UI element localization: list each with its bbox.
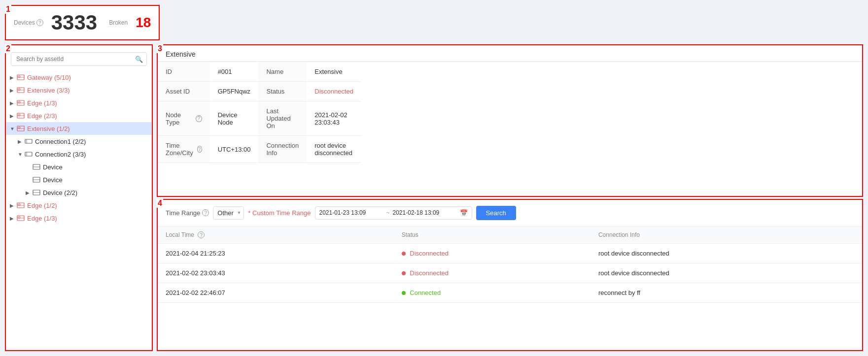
- detail-row-id: ID #001 Name Extensive: [158, 62, 361, 82]
- arrow-connection1: ▶: [18, 139, 25, 144]
- value-id: #001: [210, 62, 259, 82]
- panel-3-label: 3: [157, 44, 163, 53]
- status-text-3: Connected: [410, 289, 441, 296]
- time-range-label: Time Range ?: [166, 209, 209, 217]
- device-icon-device1: [33, 163, 40, 171]
- cell-status-1: Disconnected: [394, 244, 590, 263]
- other-select[interactable]: Other: [213, 206, 244, 220]
- time-range-text: Time Range: [166, 209, 200, 217]
- date-range-input: ~ 📅: [315, 206, 472, 220]
- detail-row-assetid: Asset ID GP5FNqwz Status Disconnected: [158, 82, 361, 101]
- nodetype-help-icon[interactable]: ?: [196, 115, 202, 122]
- device-icon-edge3: [17, 201, 25, 209]
- value-name: Extensive: [307, 62, 361, 82]
- col-conninfo: Connection Info: [590, 227, 862, 244]
- other-select-wrapper: Other: [213, 206, 244, 220]
- status-text-1: Disconnected: [410, 250, 449, 257]
- panel-history: 4 Time Range ? Other * Custom Time Range: [157, 199, 863, 352]
- tree-item-edge1[interactable]: ▶ Edge (1/3): [6, 97, 152, 109]
- device-icon-device3: [33, 189, 40, 196]
- arrow-gateway: ▶: [10, 75, 17, 80]
- cell-info-3: reconnect by ff: [590, 283, 862, 303]
- tree-item-extensive2[interactable]: ▼ Extensive (1/2): [6, 122, 152, 135]
- status-dot-1: [402, 252, 406, 256]
- device-icon-edge4: [17, 214, 25, 222]
- devices-label: Devices ?: [14, 19, 43, 26]
- tree-label-edge2: Edge (2/3): [27, 112, 57, 120]
- cell-status-2: Disconnected: [394, 263, 590, 283]
- panel-devices: 1 Devices ? 3333 Broken 18: [5, 5, 160, 40]
- col-localtime-label: Local Time: [166, 231, 194, 238]
- svg-rect-29: [18, 217, 20, 218]
- history-toolbar: Time Range ? Other * Custom Time Range ~…: [158, 200, 862, 227]
- arrow-edge1: ▶: [10, 100, 17, 106]
- tree-item-extensive1[interactable]: ▶ Extensive (3/3): [6, 84, 152, 97]
- search-icon: 🔍: [135, 56, 143, 63]
- arrow-edge4: ▶: [10, 216, 17, 221]
- tree-label-extensive2: Extensive (1/2): [27, 125, 70, 132]
- calendar-icon[interactable]: 📅: [460, 209, 468, 217]
- timezone-help-icon[interactable]: ?: [197, 146, 202, 153]
- search-box: 🔍: [11, 52, 147, 66]
- tree-item-edge2[interactable]: ▶ Edge (2/3): [6, 109, 152, 122]
- date-to-input[interactable]: [393, 209, 457, 216]
- svg-rect-7: [18, 101, 20, 103]
- col-status: Status: [394, 227, 590, 244]
- device-icon-extensive1: [17, 86, 25, 94]
- detail-header: Extensive: [158, 45, 862, 62]
- history-table: Local Time ? Status Connection Info 2021…: [158, 227, 862, 303]
- value-status: Disconnected: [307, 82, 361, 101]
- tree-item-edge4[interactable]: ▶ Edge (1/3): [6, 212, 152, 225]
- broken-count: 18: [136, 16, 151, 30]
- tree-label-edge3: Edge (1/2): [27, 202, 57, 209]
- panel-sidebar: 2 🔍 ▶ Gateway (5/10): [5, 44, 153, 351]
- cell-status-3: Connected: [394, 283, 590, 303]
- cell-time-1: 2021-02-04 21:25:23: [158, 244, 394, 263]
- search-button[interactable]: Search: [476, 206, 516, 220]
- svg-rect-26: [18, 204, 20, 205]
- cell-info-1: root device disconnected: [590, 244, 862, 263]
- custom-time-label: * Custom Time Range: [248, 209, 311, 217]
- svg-rect-1: [18, 76, 20, 77]
- col-localtime: Local Time ?: [158, 227, 394, 244]
- label-name: Name: [258, 62, 307, 82]
- table-row: 2021-02-02 22:46:07 Connected reconnect …: [158, 283, 862, 303]
- timezone-text: Time Zone/City: [166, 142, 195, 157]
- panel-2-label: 2: [5, 44, 11, 53]
- value-nodetype: Device Node: [210, 101, 259, 136]
- tree-item-connection1[interactable]: ▶ Connection1 (2/2): [14, 135, 152, 148]
- table-row: 2021-02-04 21:25:23 Disconnected root de…: [158, 244, 862, 263]
- cell-info-2: root device disconnected: [590, 263, 862, 283]
- nodetype-text: Node Type: [166, 111, 194, 126]
- tree-item-device2[interactable]: ▶ Device: [22, 173, 152, 186]
- search-input[interactable]: [11, 52, 147, 66]
- devices-count: 3333: [51, 12, 97, 33]
- arrow-device3: ▶: [26, 190, 33, 195]
- tree-item-connection2[interactable]: ▼ Connection2 (3/3): [14, 148, 152, 161]
- devices-help-icon[interactable]: ?: [36, 19, 43, 26]
- arrow-edge2: ▶: [10, 113, 17, 119]
- value-conninfo: root device disconnected: [307, 136, 361, 163]
- tree-item-device1[interactable]: ▶ Device: [22, 161, 152, 173]
- device-icon-edge1: [17, 99, 25, 107]
- localtime-help-icon[interactable]: ?: [198, 231, 205, 238]
- value-assetid: GP5FNqwz: [210, 82, 259, 101]
- tree-item-gateway[interactable]: ▶ Gateway (5/10): [6, 71, 152, 84]
- tree-item-device3[interactable]: ▶ Device (2/2): [22, 186, 152, 199]
- arrow-extensive2: ▼: [10, 126, 17, 131]
- time-range-help-icon[interactable]: ?: [202, 209, 209, 216]
- label-assetid: Asset ID: [158, 82, 210, 101]
- tree-label-edge1: Edge (1/3): [27, 99, 57, 107]
- device-icon-connection1: [25, 137, 33, 145]
- detail-row-nodetype: Node Type ? Device Node Last Updated On …: [158, 101, 361, 136]
- date-from-input[interactable]: [319, 209, 383, 216]
- arrow-edge3: ▶: [10, 203, 17, 208]
- panel-1-label: 1: [5, 5, 11, 14]
- device-icon-gateway: [17, 73, 25, 81]
- svg-rect-17: [25, 152, 32, 156]
- device-icon-extensive2: [17, 125, 25, 132]
- tree-item-edge3[interactable]: ▶ Edge (1/2): [6, 199, 152, 212]
- label-conninfo: Connection Info: [258, 136, 307, 163]
- panel-4-label: 4: [157, 199, 163, 208]
- table-row: 2021-02-02 23:03:43 Disconnected root de…: [158, 263, 862, 283]
